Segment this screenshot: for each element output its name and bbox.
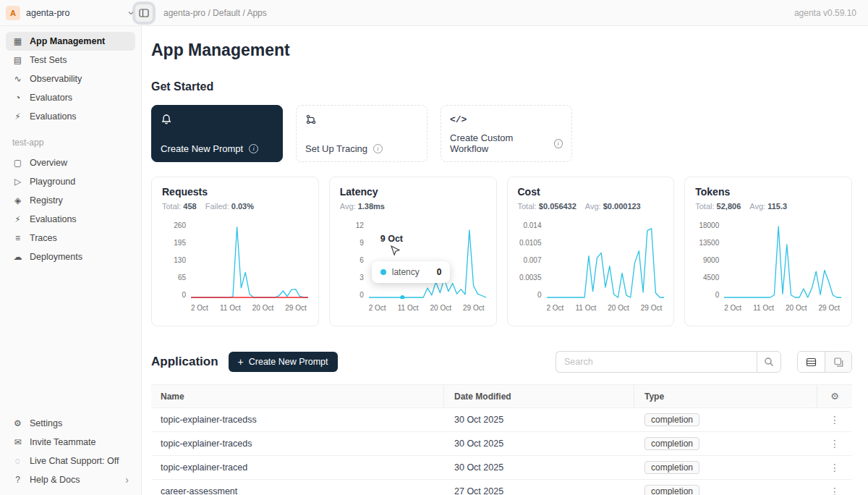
sidebar-item-evaluators[interactable]: ◔Evaluators (6, 88, 135, 107)
row-menu-button[interactable]: ⋮ (825, 438, 844, 449)
sidebar-item-label: Registry (30, 195, 63, 206)
get-started-card-create-custom-workflow[interactable]: </>Create Custom Workflowi (441, 105, 572, 162)
sidebar-item-overview[interactable]: ▢Overview (6, 153, 135, 172)
metric: Failed: 0.03% (205, 202, 254, 211)
cell-type: completion (634, 437, 817, 450)
x-tick-label: 20 Oct (786, 304, 807, 312)
settings-icon: ⚙ (12, 418, 23, 428)
y-tick-label: 13500 (699, 240, 719, 247)
search-input[interactable] (556, 351, 757, 373)
sidebar-toggle-button[interactable] (135, 4, 153, 22)
x-tick-label: 11 Oct (575, 304, 596, 312)
search-group (556, 351, 781, 373)
sidebar-item-label: Evaluations (30, 214, 77, 224)
cell-app-name: topic-explainer-tracedss (151, 415, 444, 425)
sidebar-item-label: Playground (30, 177, 75, 187)
table-row[interactable]: career-assessment27 Oct 2025completion⋮ (151, 480, 852, 495)
metric-value: $0.000123 (603, 202, 641, 211)
get-started-card-create-new-prompt[interactable]: Create New Prompti (151, 105, 283, 162)
applications-table: NameDate ModifiedType⚙ topic-explainer-t… (151, 384, 852, 495)
table-row[interactable]: topic-explainer-traced30 Oct 2025complet… (151, 456, 852, 480)
y-tick-label: 4500 (703, 274, 719, 282)
info-icon[interactable]: i (554, 139, 563, 148)
stats-row: RequestsTotal: 458Failed: 0.03%260195130… (151, 177, 852, 326)
workspace-selector[interactable]: A agenta-pro (6, 6, 135, 20)
sidebar-item-live-chat-support-off[interactable]: ◌Live Chat Support: Off (6, 452, 135, 470)
metric-value: 115.3 (767, 202, 787, 211)
card-view-icon (833, 357, 844, 368)
workspace-name: agenta-pro (26, 8, 69, 18)
x-tick-label: 20 Oct (252, 304, 273, 312)
stat-card-metrics: Total: 458Failed: 0.03% (162, 202, 308, 211)
table-header: NameDate ModifiedType⚙ (151, 384, 852, 408)
sidebar-item-test-sets[interactable]: ▤Test Sets (6, 51, 135, 69)
sidebar-item-help-docs[interactable]: ?Help & Docs› (6, 470, 135, 489)
cell-type: completion (634, 413, 817, 426)
plus-icon: + (238, 357, 244, 367)
metric-label: Total: (518, 202, 539, 211)
create-new-prompt-label: Create New Prompt (249, 357, 328, 367)
x-axis-labels: 2 Oct11 Oct20 Oct29 Oct (724, 304, 841, 312)
sidebar-app-section-label: test-app (6, 126, 135, 153)
sidebar-item-settings[interactable]: ⚙Settings (6, 414, 135, 433)
x-tick-label: 20 Oct (430, 304, 451, 312)
get-started-card-set-up-tracing[interactable]: Set Up Tracingi (296, 105, 427, 162)
stat-card-latency: LatencyAvg: 1.38ms1296309 Octlatency02 O… (329, 177, 497, 326)
cell-app-name: topic-explainer-traced (151, 462, 444, 473)
table-view-button[interactable] (798, 352, 825, 372)
info-icon[interactable]: i (373, 144, 383, 153)
x-tick-label: 29 Oct (819, 304, 840, 312)
app-version: agenta v0.59.10 (794, 8, 856, 18)
sidebar-item-invite-teammate[interactable]: ✉Invite Teammate (6, 433, 135, 452)
y-tick-label: 65 (178, 274, 186, 282)
row-menu-button[interactable]: ⋮ (825, 486, 844, 495)
sidebar-item-traces[interactable]: ≡Traces (6, 229, 135, 248)
table-settings-gear-icon[interactable]: ⚙ (830, 391, 839, 402)
sidebar-item-evaluations[interactable]: ⚡Evaluations (6, 107, 135, 126)
evaluations-icon: ⚡ (12, 214, 23, 224)
sidebar-item-deployments[interactable]: ☁Deployments (6, 248, 135, 266)
y-axis-labels: 0.0140.01050.0070.00350 (518, 222, 547, 299)
y-axis-labels: 260195130650 (162, 222, 191, 299)
sparkline-chart (724, 222, 841, 299)
get-started-card-label: Set Up Tracing (305, 143, 367, 154)
metric: Total: 458 (162, 202, 197, 211)
overview-icon: ▢ (12, 158, 23, 168)
sidebar-item-registry[interactable]: ◈Registry (6, 191, 135, 210)
y-tick-label: 0 (715, 292, 720, 299)
metric-value: 1.38ms (358, 202, 385, 211)
cell-date-modified: 30 Oct 2025 (444, 462, 634, 473)
table-row[interactable]: topic-explainer-traceds30 Oct 2025comple… (151, 432, 852, 456)
x-tick-label: 11 Oct (220, 304, 241, 312)
card-view-button[interactable] (825, 352, 851, 372)
series-color-dot (380, 269, 386, 275)
sidebar-item-label: Overview (30, 158, 67, 168)
info-icon[interactable]: i (249, 144, 258, 153)
metric: Avg: 115.3 (749, 202, 787, 211)
sidebar-item-playground[interactable]: ▷Playground (6, 172, 135, 191)
chart-tooltip: latency0 (372, 261, 451, 283)
create-new-prompt-button[interactable]: + Create New Prompt (229, 352, 338, 372)
panel-left-icon (139, 8, 149, 18)
type-tag: completion (644, 461, 699, 474)
main-content: App Management Get Started Create New Pr… (142, 26, 868, 495)
search-button[interactable] (757, 351, 781, 373)
breadcrumb[interactable]: agenta-pro / Default / Apps (163, 8, 267, 18)
y-tick-label: 0.014 (523, 222, 541, 229)
metric-label: Avg: (585, 202, 603, 211)
row-menu-button[interactable]: ⋮ (825, 462, 844, 473)
x-tick-label: 11 Oct (753, 304, 774, 312)
sidebar-item-label: Traces (30, 233, 57, 243)
stat-card-title: Latency (340, 186, 486, 198)
cell-date-modified: 30 Oct 2025 (444, 439, 634, 449)
table-row[interactable]: topic-explainer-tracedss30 Oct 2025compl… (151, 408, 852, 432)
sidebar-item-evaluations[interactable]: ⚡Evaluations (6, 210, 135, 229)
sidebar-item-observability[interactable]: ∿Observability (6, 69, 135, 88)
row-menu-button[interactable]: ⋮ (825, 414, 844, 426)
x-axis-labels: 2 Oct11 Oct20 Oct29 Oct (547, 304, 664, 312)
sidebar-item-app-management[interactable]: ▦App Management (6, 32, 135, 51)
metric-label: Total: (695, 202, 716, 211)
sidebar-item-label: Deployments (30, 252, 82, 262)
y-tick-label: 260 (174, 222, 186, 229)
sparkline-chart (191, 222, 308, 299)
